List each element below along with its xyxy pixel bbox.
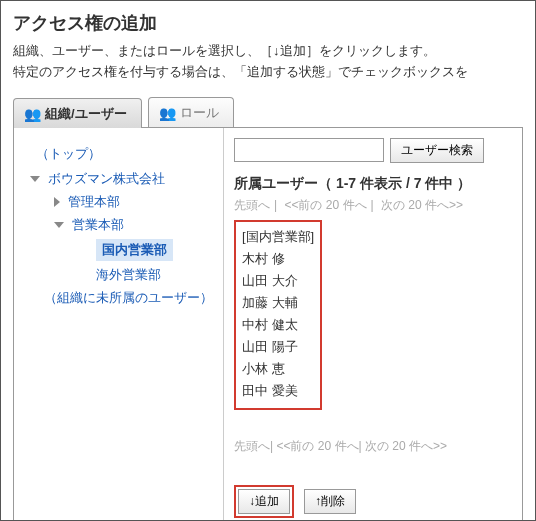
user-list[interactable]: [国内営業部] 木村 修 山田 大介 加藤 大輔 中村 健太 山田 陽子 小林 … <box>234 220 322 411</box>
instructions-line1: 組織、ユーザー、またはロールを選択し、［↓追加］をクリックします。 <box>13 41 523 62</box>
tree-top[interactable]: （トップ） <box>30 143 107 165</box>
list-item[interactable]: 山田 大介 <box>242 270 314 292</box>
list-item[interactable]: 木村 修 <box>242 248 314 270</box>
user-group-header: [国内営業部] <box>242 226 314 248</box>
instructions-line2: 特定のアクセス権を付与する場合は、「追加する状態」でチェックボックスを <box>13 62 523 83</box>
people-icon: 👥 <box>159 105 176 121</box>
pager-next-bottom[interactable]: 次の 20 件へ>> <box>365 439 447 453</box>
list-item[interactable]: 小林 恵 <box>242 358 314 380</box>
chevron-right-icon[interactable] <box>54 197 60 207</box>
search-input[interactable] <box>234 138 384 162</box>
tab-role[interactable]: 👥 ロール <box>148 97 234 127</box>
list-item[interactable]: 田中 愛美 <box>242 380 314 402</box>
tab-org-user[interactable]: 👥 組織/ユーザー <box>13 98 142 128</box>
pager-top: 先頭へ| <<前の 20 件へ| 次の 20 件へ>> <box>234 197 512 214</box>
tree-unassigned[interactable]: （組織に未所属のユーザー） <box>44 290 213 305</box>
org-tree: （トップ） ボウズマン株式会社 管理本部 営業本部 国内営業部 <box>14 128 224 521</box>
tree-admin-dept[interactable]: 管理本部 <box>68 194 120 209</box>
pager-first-bottom[interactable]: 先頭へ <box>234 439 270 453</box>
pager-first[interactable]: 先頭へ <box>234 198 270 212</box>
pager-prev-bottom[interactable]: <<前の 20 件へ <box>276 439 358 453</box>
pager-next[interactable]: 次の 20 件へ>> <box>381 198 463 212</box>
add-button[interactable]: ↓追加 <box>238 489 290 514</box>
tree-overseas-sales[interactable]: 海外営業部 <box>96 267 161 282</box>
tree-domestic-sales[interactable]: 国内営業部 <box>96 239 173 261</box>
list-item[interactable]: 中村 健太 <box>242 314 314 336</box>
people-icon: 👥 <box>24 106 41 122</box>
list-item[interactable]: 加藤 大輔 <box>242 292 314 314</box>
page-title: アクセス権の追加 <box>13 11 523 35</box>
tree-company[interactable]: ボウズマン株式会社 <box>48 171 165 186</box>
tree-sales-dept[interactable]: 営業本部 <box>72 217 124 232</box>
user-search-button[interactable]: ユーザー検索 <box>390 138 484 163</box>
pager-bottom: 先頭へ| <<前の 20 件へ| 次の 20 件へ>> <box>234 438 512 455</box>
user-list-title: 所属ユーザー（ 1-7 件表示 / 7 件中 ） <box>234 175 512 193</box>
chevron-down-icon[interactable] <box>30 176 40 182</box>
tabs: 👥 組織/ユーザー 👥 ロール <box>13 97 523 128</box>
tab-role-label: ロール <box>180 104 219 122</box>
tab-org-user-label: 組織/ユーザー <box>45 105 127 123</box>
remove-button[interactable]: ↑削除 <box>304 489 356 514</box>
list-item[interactable]: 山田 陽子 <box>242 336 314 358</box>
chevron-down-icon[interactable] <box>54 222 64 228</box>
pager-prev[interactable]: <<前の 20 件へ <box>284 198 366 212</box>
